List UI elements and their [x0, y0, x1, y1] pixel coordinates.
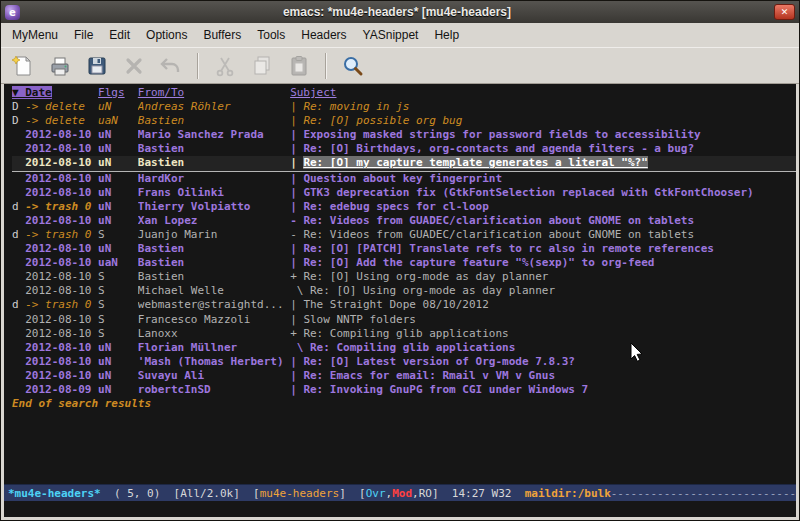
undo-icon — [159, 54, 183, 78]
copy-button — [245, 51, 279, 81]
menu-edit[interactable]: Edit — [101, 24, 138, 46]
thread-indicator: | — [290, 186, 303, 200]
message-row[interactable]: 2012-08-10SBastien+ Re: [O] Using org-mo… — [12, 270, 796, 284]
message-mark — [12, 355, 25, 369]
new-file-button[interactable] — [6, 51, 40, 81]
message-date: -> trash 0 — [25, 228, 98, 242]
save-button[interactable] — [80, 51, 114, 81]
message-row[interactable]: 2012-08-10uNMario Sanchez Prada| Exposin… — [12, 128, 796, 142]
menu-options[interactable]: Options — [138, 24, 195, 46]
message-flags: S — [98, 313, 138, 327]
new-file-icon — [11, 54, 35, 78]
message-from: webmaster@straightd... — [138, 298, 290, 312]
search-button[interactable] — [336, 51, 370, 81]
cut-icon — [213, 54, 237, 78]
menu-tools[interactable]: Tools — [249, 24, 293, 46]
thread-indicator: | — [290, 298, 303, 312]
message-row[interactable]: 2012-08-10uN'Mash (Thomas Herbert)| Re: … — [12, 355, 796, 369]
titlebar[interactable]: e emacs: *mu4e-headers* [mu4e-headers] ✕ — [1, 1, 799, 23]
message-date: -> delete — [25, 114, 98, 128]
mu4e-headers-buffer[interactable]: ▼ Date Flgs From/To Subject D-> deleteuN… — [4, 84, 796, 484]
message-from: Florian Müllner — [138, 341, 290, 355]
message-subject: Question about key fingerprint — [303, 172, 796, 186]
message-mark: D — [12, 114, 25, 128]
message-from: Frans Oilinki — [138, 186, 290, 200]
window-close-button[interactable]: ✕ — [774, 4, 795, 20]
message-mark — [12, 172, 25, 186]
message-row[interactable]: d-> trash 0Swebmaster@straightd...| The … — [12, 298, 796, 312]
message-row[interactable]: 2012-08-10uNSuvayu Ali| Re: Emacs for em… — [12, 369, 796, 383]
message-subject: Re: Emacs for email: Rmail v VM v Gnus — [303, 369, 796, 383]
menu-buffers[interactable]: Buffers — [195, 24, 249, 46]
menu-mymenu[interactable]: MyMenu — [4, 24, 66, 46]
message-flags: uN — [98, 100, 138, 114]
message-row[interactable]: 2012-08-09uNrobertcInSD| Re: Invoking Gn… — [12, 383, 796, 397]
thread-indicator: | — [290, 383, 303, 397]
thread-indicator: \ — [290, 341, 310, 355]
column-header-date[interactable]: ▼ Date — [12, 86, 98, 100]
message-mark — [12, 186, 25, 200]
close-buffer-icon — [122, 54, 146, 78]
modeline-segment: [ — [359, 486, 366, 501]
column-header-subject[interactable]: Subject — [290, 86, 336, 100]
column-header-from[interactable]: From/To — [138, 86, 290, 100]
close-buffer-button — [117, 51, 151, 81]
message-subject: Re: [O] possible org bug — [303, 114, 796, 128]
print-button[interactable] — [43, 51, 77, 81]
message-subject: GTK3 deprecation fix (GtkFontSelection r… — [303, 186, 796, 200]
message-from: Michael Welle — [138, 284, 290, 298]
message-row[interactable]: 2012-08-10uNFrans Oilinki| GTK3 deprecat… — [12, 186, 796, 200]
message-subject: Re: Compiling glib applications — [303, 327, 796, 341]
message-from: Bastien — [138, 256, 290, 270]
message-date: -> trash 0 — [25, 298, 98, 312]
modeline-segment: ] — [339, 486, 359, 501]
message-row[interactable]: D-> deleteuaNBastien| Re: [O] possible o… — [12, 114, 796, 128]
menu-yasnippet[interactable]: YASnippet — [355, 24, 427, 46]
message-row[interactable]: 2012-08-10uaNBastien| Re: [O] Add the ca… — [12, 256, 796, 270]
message-date: 2012-08-10 — [25, 142, 98, 156]
modeline-segment: , — [386, 486, 393, 501]
message-row[interactable]: 2012-08-10uNFlorian Müllner \ Re: Compil… — [12, 341, 796, 355]
message-row[interactable]: 2012-08-10uNBastien| Re: [O] [PATCH] Tra… — [12, 242, 796, 256]
message-date: 2012-08-10 — [25, 355, 98, 369]
message-row[interactable]: d-> trash 0uNThierry Volpiatto| Re: edeb… — [12, 200, 796, 214]
menu-help[interactable]: Help — [426, 24, 467, 46]
message-subject: Re: edebug specs for cl-loop — [303, 200, 796, 214]
message-row[interactable]: 2012-08-10SMichael Welle \ Re: [O] Using… — [12, 284, 796, 298]
message-row[interactable]: 2012-08-10SFrancesco Mazzoli| Slow NNTP … — [12, 313, 796, 327]
message-from: Thierry Volpiatto — [138, 200, 290, 214]
message-date: 2012-08-10 — [25, 341, 98, 355]
message-mark — [12, 284, 25, 298]
thread-indicator: - — [290, 214, 303, 228]
undo-button — [154, 51, 188, 81]
message-row[interactable]: 2012-08-10uNXan Lopez- Re: Videos from G… — [12, 214, 796, 228]
message-date: 2012-08-10 — [25, 186, 98, 200]
menu-headers[interactable]: Headers — [293, 24, 354, 46]
message-row[interactable]: D-> deleteuNAndreas Röhler| Re: moving i… — [12, 100, 796, 114]
message-flags: uaN — [98, 256, 138, 270]
menu-file[interactable]: File — [66, 24, 101, 46]
message-row[interactable]: 2012-08-10uNBastien| Re: [O] my capture … — [12, 156, 796, 171]
modeline-segment: Ovr — [366, 486, 386, 501]
message-row[interactable]: 2012-08-10uNBastien| Re: [O] Birthdays, … — [12, 142, 796, 156]
modeline-segment: maildir:/bulk — [525, 486, 611, 501]
message-subject: Exposing masked strings for password fie… — [303, 128, 796, 142]
message-row[interactable]: 2012-08-10uNHardKor| Question about key … — [12, 172, 796, 186]
menubar: MyMenuFileEditOptionsBuffersToolsHeaders… — [1, 23, 799, 47]
message-row[interactable]: d-> trash 0SJuanjo Marin- Re: Videos fro… — [12, 228, 796, 242]
message-date: 2012-08-10 — [25, 128, 98, 142]
message-subject: Re: moving in js — [303, 100, 796, 114]
modeline-segment: mu4e-headers — [260, 486, 339, 501]
message-row[interactable]: 2012-08-10SLanoxx+ Re: Compiling glib ap… — [12, 327, 796, 341]
message-flags: S — [98, 284, 138, 298]
message-mark — [12, 383, 25, 397]
message-subject: Re: Videos from GUADEC/clarification abo… — [303, 214, 796, 228]
message-date: 2012-08-10 — [25, 172, 98, 186]
message-mark — [12, 256, 25, 270]
message-subject: Re: [O] Using org-mode as day planner — [303, 270, 796, 284]
message-from: Bastien — [138, 242, 290, 256]
message-subject: Re: [O] Birthdays, org-contacts and agen… — [303, 142, 796, 156]
echo-area[interactable] — [4, 501, 796, 517]
column-header-flags[interactable]: Flgs — [98, 86, 138, 100]
message-subject: Re: [O] my capture template generates a … — [303, 156, 796, 170]
